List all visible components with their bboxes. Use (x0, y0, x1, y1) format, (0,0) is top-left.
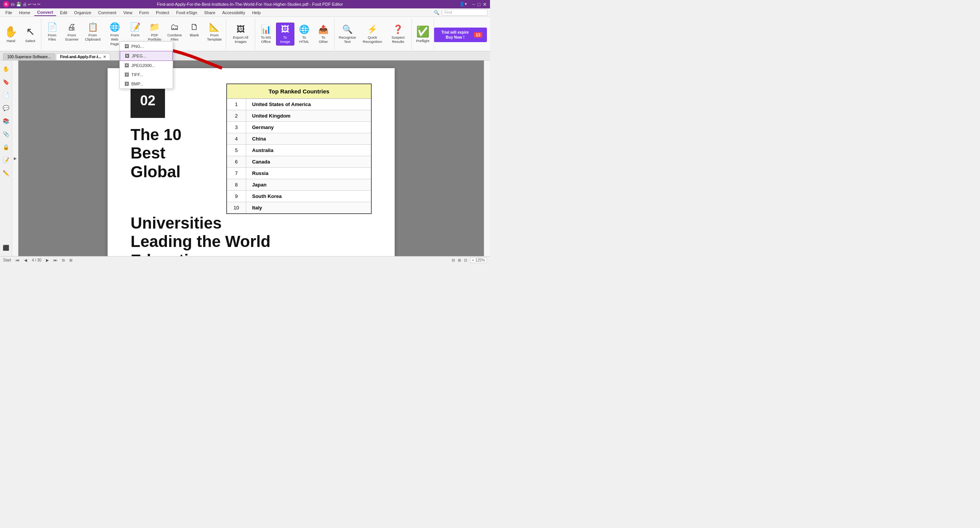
fit-width-btn[interactable]: ⊡ (464, 258, 467, 262)
close-btn[interactable]: ✕ (483, 2, 487, 7)
menu-convert[interactable]: Convert (34, 9, 56, 16)
title-bar-title: Find-and-Apply-For-the-Best-Institutes-I… (41, 2, 459, 7)
from-clipboard-icon: 📋 (88, 22, 98, 32)
select-tool-btn[interactable]: ↖ Select (21, 23, 39, 45)
blank-btn[interactable]: 🗋 Blank (185, 20, 204, 39)
page-nav-arrow[interactable]: ▶ (12, 60, 18, 256)
suspect-results-icon: ❓ (393, 25, 403, 34)
menu-accessibility[interactable]: Accessibility (219, 10, 248, 16)
ribbon-convert-items: 📊 To MS Office 🖼 To Image 🌐 To HTML 📤 To… (257, 23, 333, 46)
menu-comment[interactable]: Comment (95, 10, 119, 16)
to-html-btn[interactable]: 🌐 To HTML (295, 23, 314, 46)
recognize-text-btn[interactable]: 🔍 Recognize Text (336, 23, 359, 46)
pdf-area[interactable]: Top Ranked Countries 1United States of A… (18, 60, 484, 256)
jpeg-icon: 🖼 (125, 53, 129, 59)
ribbon-group-preflight: ✅ Preflight (412, 18, 434, 50)
sidebar-layers-icon[interactable]: 📚 (1, 116, 11, 126)
menu-protect[interactable]: Protect (153, 10, 172, 16)
dropdown-bmp[interactable]: 🖼 BMP... (120, 79, 173, 88)
trial-buy-btn[interactable]: Trial will expire Buy Now ! 13 (434, 28, 487, 42)
sidebar-bookmark-icon[interactable]: 🔖 (1, 77, 11, 87)
form-label: Form (131, 33, 139, 37)
menu-organize[interactable]: Organize (71, 10, 95, 16)
form-btn[interactable]: 📝 Form (126, 20, 145, 39)
dropdown-png[interactable]: 🖼 PNG... (120, 42, 173, 51)
menu-share[interactable]: Share (201, 10, 218, 16)
dropdown-jpeg2000[interactable]: 🖼 JPEG2000... (120, 61, 173, 70)
trial-badge: 13 (474, 32, 482, 38)
tab-find-apply-label: Find-and-Apply-For-t... (60, 55, 101, 59)
page-nav-prev[interactable]: ◀ (24, 258, 27, 262)
menu-help[interactable]: Help (249, 10, 264, 16)
page-indicator: 4 / 30 (32, 258, 41, 262)
ribbon: ✋ Hand ↖ Select 📄 From Files 🖨 From Scan… (0, 17, 490, 51)
rank-cell: 8 (227, 179, 246, 191)
page-nav-next[interactable]: ▶ (46, 258, 49, 262)
sidebar-bottom-icon[interactable]: ⬛ (1, 242, 11, 253)
export-all-images-btn[interactable]: 🖼 Export All Images (228, 23, 253, 46)
sidebar-edit-icon[interactable]: 📝 (1, 155, 11, 165)
quick-recognition-label: Quick Recognition (362, 35, 383, 44)
from-template-label: From Template (207, 33, 222, 42)
combine-icon: 🗂 (170, 22, 179, 32)
rank-cell: 3 (227, 122, 246, 133)
country-cell: United States of America (246, 99, 371, 110)
from-scanner-icon: 🖨 (67, 22, 76, 32)
page-nav-last[interactable]: ⏭ (54, 258, 57, 262)
to-image-icon: 🖼 (281, 25, 289, 34)
sidebar-pages-icon[interactable]: 📄 (1, 90, 11, 100)
hand-tool-btn[interactable]: ✋ Hand (2, 23, 20, 45)
find-input[interactable]: Find (442, 9, 488, 16)
country-cell: United Kingdom (246, 110, 371, 122)
page-nav-first[interactable]: ⏮ (16, 258, 20, 262)
ranked-table-row: 2United Kingdom (227, 110, 371, 122)
pdf-page: Top Ranked Countries 1United States of A… (108, 68, 395, 256)
menu-edit[interactable]: Edit (57, 10, 70, 16)
menu-file[interactable]: File (2, 10, 15, 16)
to-ms-office-btn[interactable]: 📊 To MS Office (257, 23, 275, 46)
from-files-btn[interactable]: 📄 From Files (43, 20, 61, 44)
dropdown-tiff[interactable]: 🖼 TIFF... (120, 70, 173, 79)
suspect-results-btn[interactable]: ❓ Suspect Results (386, 23, 410, 46)
menu-home[interactable]: Home (16, 10, 33, 16)
export-images-icon: 🖼 (237, 25, 245, 34)
to-image-dropdown: 🖼 PNG... 🖼 JPEG... 🖼 JPEG2000... 🖼 TIFF.… (119, 41, 173, 89)
nav-expand-icon[interactable]: ▶ (14, 156, 17, 160)
rank-cell: 5 (227, 145, 246, 156)
to-image-btn[interactable]: 🖼 To Image (276, 23, 294, 46)
sidebar-security-icon[interactable]: 🔒 (1, 142, 11, 152)
sidebar-attach-icon[interactable]: 📎 (1, 129, 11, 139)
preflight-btn[interactable]: ✅ Preflight (413, 23, 432, 45)
page-view-icon[interactable]: ⧉ (62, 258, 65, 263)
hand-icon: ✋ (4, 25, 18, 38)
menu-form[interactable]: Form (136, 10, 152, 16)
from-scanner-btn[interactable]: 🖨 From Scanner (62, 20, 82, 44)
combine-files-btn[interactable]: 🗂 Combine Files (165, 20, 184, 44)
page-split-icon[interactable]: ⊞ (69, 258, 72, 262)
zoom-in-btn[interactable]: ⊞ (458, 258, 461, 262)
tab-superace-label: 100-Superace-Software... (7, 55, 51, 59)
minimize-btn[interactable]: − (472, 2, 475, 7)
dropdown-jpeg[interactable]: 🖼 JPEG... (120, 51, 173, 61)
sidebar-comment-icon[interactable]: 💬 (1, 103, 11, 113)
from-files-label: From Files (46, 33, 59, 42)
pdf-portfolio-btn[interactable]: 📁 PDF Portfolio (145, 20, 164, 44)
from-clipboard-btn[interactable]: 📋 From Clipboard (82, 20, 103, 44)
quick-recognition-btn[interactable]: ⚡ Quick Recognition (359, 23, 385, 46)
hand-label: Hand (7, 39, 15, 43)
maximize-btn[interactable]: □ (477, 2, 480, 7)
ranked-table-header: Top Ranked Countries (227, 84, 371, 99)
tab-superace[interactable]: 100-Superace-Software... (3, 53, 55, 60)
tab-close-btn[interactable]: ✕ (103, 55, 106, 59)
from-template-btn[interactable]: 📐 From Template (204, 20, 225, 44)
form-icon: 📝 (130, 22, 140, 32)
tab-find-apply[interactable]: Find-and-Apply-For-t... ✕ (56, 53, 110, 60)
country-cell: China (246, 133, 371, 145)
to-other-btn[interactable]: 📤 To Other (314, 23, 333, 46)
sidebar-hand-icon[interactable]: ✋ (1, 64, 11, 74)
menu-foxit-esign[interactable]: Foxit eSign (173, 10, 200, 16)
zoom-out-btn[interactable]: ⊟ (452, 258, 455, 262)
ranked-table-row: 10Italy (227, 202, 371, 214)
menu-view[interactable]: View (120, 10, 136, 16)
sidebar-sign-icon[interactable]: ✏️ (1, 168, 11, 178)
